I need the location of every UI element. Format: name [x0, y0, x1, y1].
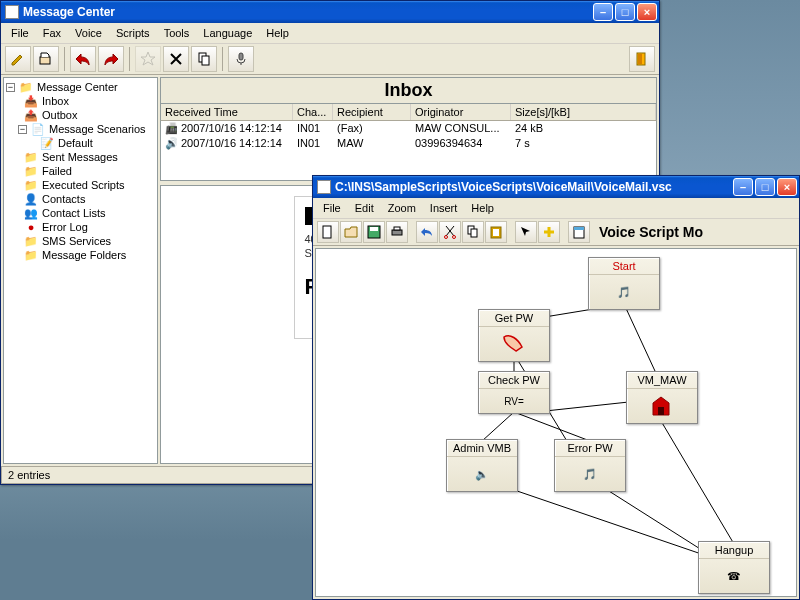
svg-rect-18: [574, 227, 584, 230]
tool-open[interactable]: [340, 221, 362, 243]
menu-insert[interactable]: Insert: [424, 200, 464, 216]
menu-file[interactable]: File: [317, 200, 347, 216]
collapse-icon[interactable]: −: [6, 83, 15, 92]
print-icon: [390, 225, 404, 239]
close-button[interactable]: ×: [777, 178, 797, 196]
tool-add-node[interactable]: [538, 221, 560, 243]
node-start[interactable]: Start 🎵: [588, 257, 660, 310]
node-get-pw[interactable]: Get PW: [478, 309, 550, 362]
menu-help[interactable]: Help: [260, 25, 295, 41]
tool-save[interactable]: [363, 221, 385, 243]
tool-undo[interactable]: [416, 221, 438, 243]
tree-sms[interactable]: 📁SMS Services: [6, 234, 155, 248]
tool-print[interactable]: [386, 221, 408, 243]
cut-icon: [443, 225, 457, 239]
fax-row-icon: 📠: [161, 121, 177, 136]
tool-forward[interactable]: [98, 46, 124, 72]
tool-cut[interactable]: [439, 221, 461, 243]
voice-row-icon: 🔊: [161, 136, 177, 151]
minimize-button[interactable]: –: [593, 3, 613, 21]
tree-scenarios[interactable]: −📄Message Scenarios: [6, 122, 155, 136]
contact-lists-icon: 👥: [24, 207, 38, 219]
tool-star[interactable]: [135, 46, 161, 72]
maximize-button[interactable]: □: [755, 178, 775, 196]
col-received[interactable]: Received Time: [161, 104, 293, 120]
tree-failed[interactable]: 📁Failed: [6, 164, 155, 178]
se-toolbar: Voice Script Mo: [313, 219, 799, 246]
col-channel[interactable]: Cha...: [293, 104, 333, 120]
sent-icon: 📁: [24, 151, 38, 163]
tool-microphone[interactable]: [228, 46, 254, 72]
tool-arrow[interactable]: [515, 221, 537, 243]
node-error-pw[interactable]: Error PW 🎵: [554, 439, 626, 492]
reply-icon: [75, 51, 91, 67]
mc-toolbar: [1, 44, 659, 75]
svg-point-11: [445, 236, 448, 239]
mc-menubar: File Fax Voice Scripts Tools Language He…: [1, 23, 659, 44]
menu-voice[interactable]: Voice: [69, 25, 108, 41]
list-header: Received Time Cha... Recipient Originato…: [160, 103, 657, 121]
tool-notepad[interactable]: [568, 221, 590, 243]
tree-error-log[interactable]: ●Error Log: [6, 220, 155, 234]
tree-outbox[interactable]: 📤Outbox: [6, 108, 155, 122]
notepad-icon: [572, 225, 586, 239]
svg-rect-14: [471, 229, 477, 237]
menu-language[interactable]: Language: [197, 25, 258, 41]
tool-new[interactable]: [317, 221, 339, 243]
node-admin-vmb[interactable]: Admin VMB 🔈: [446, 439, 518, 492]
tool-paste[interactable]: [485, 221, 507, 243]
menu-fax[interactable]: Fax: [37, 25, 67, 41]
maximize-button[interactable]: □: [615, 3, 635, 21]
tool-exit[interactable]: [629, 46, 655, 72]
table-row[interactable]: 📠 2007/10/16 14:12:14 IN01 (Fax) MAW CON…: [161, 121, 656, 136]
tree-contact-lists[interactable]: 👥Contact Lists: [6, 206, 155, 220]
col-originator[interactable]: Originator: [411, 104, 511, 120]
tree-root-label: Message Center: [37, 81, 118, 93]
close-button[interactable]: ×: [637, 3, 657, 21]
col-size[interactable]: Size[s]/[kB]: [511, 104, 656, 120]
tool-new-message[interactable]: [5, 46, 31, 72]
tree-contacts[interactable]: 👤Contacts: [6, 192, 155, 206]
tree-sent[interactable]: 📁Sent Messages: [6, 150, 155, 164]
svg-rect-8: [370, 227, 378, 231]
tool-reply[interactable]: [70, 46, 96, 72]
tree-message-folders[interactable]: 📁Message Folders: [6, 248, 155, 262]
save-icon: [367, 225, 381, 239]
mc-titlebar[interactable]: Message Center – □ ×: [1, 1, 659, 23]
open-icon: [344, 225, 358, 239]
folder-tree[interactable]: − 📁 Message Center 📥Inbox 📤Outbox −📄Mess…: [3, 77, 158, 464]
tree-root[interactable]: − 📁 Message Center: [6, 80, 155, 94]
tool-copy[interactable]: [462, 221, 484, 243]
forward-icon: [103, 51, 119, 67]
col-recipient[interactable]: Recipient: [333, 104, 411, 120]
new-file-icon: [321, 225, 335, 239]
node-hangup[interactable]: Hangup ☎: [698, 541, 770, 594]
se-titlebar[interactable]: C:\INS\SampleScripts\VoiceScripts\VoiceM…: [313, 176, 799, 198]
menu-scripts[interactable]: Scripts: [110, 25, 156, 41]
message-list[interactable]: 📠 2007/10/16 14:12:14 IN01 (Fax) MAW CON…: [160, 121, 657, 181]
tool-delete[interactable]: [163, 46, 189, 72]
script-canvas[interactable]: Start 🎵 Get PW Check PW RV= Admin VMB 🔈 …: [315, 248, 797, 597]
tool-copy[interactable]: [191, 46, 217, 72]
table-row[interactable]: 🔊 2007/10/16 14:12:14 IN01 MAW 039963946…: [161, 136, 656, 151]
node-vm-maw[interactable]: VM_MAW: [626, 371, 698, 424]
minimize-button[interactable]: –: [733, 178, 753, 196]
tree-inbox[interactable]: 📥Inbox: [6, 94, 155, 108]
executed-icon: 📁: [24, 179, 38, 191]
node-check-pw[interactable]: Check PW RV=: [478, 371, 550, 414]
se-menubar: File Edit Zoom Insert Help: [313, 198, 799, 219]
svg-rect-9: [392, 230, 402, 235]
menu-zoom[interactable]: Zoom: [382, 200, 422, 216]
music-icon: 🎵: [589, 275, 659, 309]
menu-file[interactable]: File: [5, 25, 35, 41]
tree-executed[interactable]: 📁Executed Scripts: [6, 178, 155, 192]
tree-default[interactable]: 📝Default: [6, 136, 155, 150]
menu-edit[interactable]: Edit: [349, 200, 380, 216]
script-editor-window: C:\INS\SampleScripts\VoiceScripts\VoiceM…: [312, 175, 800, 600]
door-icon: [634, 51, 650, 67]
menu-tools[interactable]: Tools: [158, 25, 196, 41]
scenarios-icon: 📄: [31, 123, 45, 135]
tool-send-fax[interactable]: [33, 46, 59, 72]
collapse-icon[interactable]: −: [18, 125, 27, 134]
menu-help[interactable]: Help: [465, 200, 500, 216]
